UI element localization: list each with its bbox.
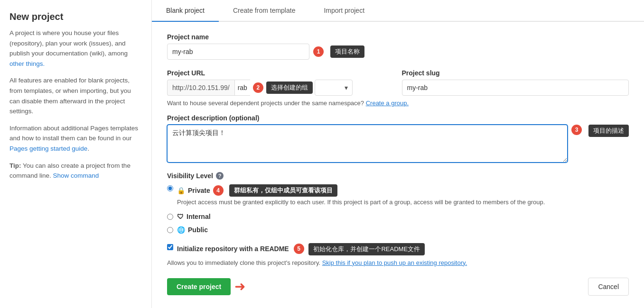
namespace-select[interactable] — [315, 80, 353, 96]
create-row: Create project ➜ — [167, 278, 245, 295]
url-slug-row: Project URL http://10.20.151.99/ rab 2 选… — [167, 69, 629, 96]
page-title: New project — [9, 11, 142, 22]
show-command-link[interactable]: Show command — [53, 172, 99, 179]
tabs-bar: Blank project Create from template Impor… — [152, 0, 644, 22]
url-prefix: http://10.20.151.99/ — [167, 80, 234, 96]
init-repo-section: Initialize repository with a README 5 初始… — [167, 243, 629, 266]
cancel-button[interactable]: Cancel — [588, 278, 629, 296]
private-desc: Project access must be granted explicitl… — [177, 198, 545, 207]
tab-import-project[interactable]: Import project — [309, 0, 379, 22]
visibility-section: Visibility Level ? 🔒 Private 4 群组私有，仅组中成… — [167, 172, 629, 234]
globe-icon: 🌐 — [177, 226, 185, 234]
radio-public: 🌐 Public — [167, 226, 629, 234]
init-repo-desc: Allows you to immediately clone this pro… — [167, 259, 629, 266]
group-help-msg: Want to house several dependent projects… — [167, 100, 364, 107]
sidebar-para3: Information about additional Pages templ… — [9, 123, 142, 154]
slug-group: Project slug — [402, 69, 629, 96]
project-slug-label: Project slug — [402, 69, 629, 77]
badge-2: 2 — [253, 82, 263, 93]
badge-4: 4 — [213, 185, 224, 196]
sidebar-para1: A project is where you house your files … — [9, 28, 142, 69]
visibility-label-row: Visibility Level ? — [167, 172, 629, 180]
radio-internal-input[interactable] — [167, 214, 173, 220]
init-repo-row: Initialize repository with a README 5 初始… — [167, 243, 629, 255]
visibility-label-text: Visibility Level — [167, 172, 213, 180]
skip-link[interactable]: Skip this if you plan to push up an exis… — [322, 259, 467, 266]
radio-private-input[interactable] — [167, 185, 173, 191]
tab-blank-project[interactable]: Blank project — [152, 0, 219, 22]
init-repo-desc-prefix: Allows you to immediately clone this pro… — [167, 259, 320, 266]
pages-guide-link[interactable]: Pages getting started guide — [9, 145, 87, 152]
radio-internal: 🛡 Internal — [167, 213, 629, 220]
sidebar: New project A project is where you house… — [0, 0, 152, 308]
radio-private: 🔒 Private 4 群组私有，仅组中成员可查看该项目 Project acc… — [167, 184, 629, 207]
group-help-text: Want to house several dependent projects… — [167, 100, 629, 107]
project-url-label: Project URL — [167, 69, 394, 77]
project-name-tooltip: 项目名称 — [330, 45, 364, 58]
internal-label[interactable]: Internal — [187, 213, 211, 220]
public-label[interactable]: Public — [188, 226, 208, 234]
other-things-link[interactable]: other things. — [9, 60, 45, 67]
badge-5: 5 — [294, 244, 304, 254]
shield-icon: 🛡 — [177, 213, 184, 220]
form-actions: Create project ➜ Cancel — [167, 278, 629, 296]
url-group: Project URL http://10.20.151.99/ rab 2 选… — [167, 69, 394, 96]
create-group-link[interactable]: Create a group. — [366, 100, 409, 107]
visibility-help-icon[interactable]: ? — [216, 172, 224, 180]
project-name-input[interactable] — [167, 44, 309, 60]
description-label: Project description (optional) — [167, 114, 629, 122]
tab-create-from-template[interactable]: Create from template — [219, 0, 310, 22]
private-label[interactable]: Private — [188, 187, 210, 194]
description-tooltip: 项目的描述 — [588, 125, 629, 137]
description-group: Project description (optional) 云计算顶尖项目！ … — [167, 114, 629, 163]
badge-3: 3 — [571, 125, 582, 135]
description-input[interactable]: 云计算顶尖项目！ — [167, 125, 568, 163]
private-tooltip: 群组私有，仅组中成员可查看该项目 — [229, 184, 337, 197]
namespace-tooltip: 选择创建的组 — [266, 82, 313, 94]
create-project-button[interactable]: Create project — [167, 278, 231, 295]
init-repo-label[interactable]: Initialize repository with a README — [177, 245, 289, 252]
arrow-icon: ➜ — [234, 279, 245, 294]
badge-1: 1 — [313, 46, 324, 57]
init-repo-tooltip: 初始化仓库，并创建一个README文件 — [308, 243, 425, 255]
project-name-group: Project name 1 项目名称 — [167, 33, 629, 60]
project-name-label: Project name — [167, 33, 629, 41]
form-area: Project name 1 项目名称 Project URL http://1… — [152, 22, 644, 307]
sidebar-tip: Tip: You can also create a project from … — [9, 161, 142, 181]
init-repo-checkbox[interactable] — [167, 244, 173, 250]
radio-public-input[interactable] — [167, 227, 173, 233]
main-content: Blank project Create from template Impor… — [152, 0, 644, 308]
project-slug-input[interactable] — [402, 80, 629, 96]
lock-icon: 🔒 — [177, 187, 185, 194]
url-rab: rab — [234, 80, 250, 96]
sidebar-para2: All features are enabled for blank proje… — [9, 75, 142, 116]
